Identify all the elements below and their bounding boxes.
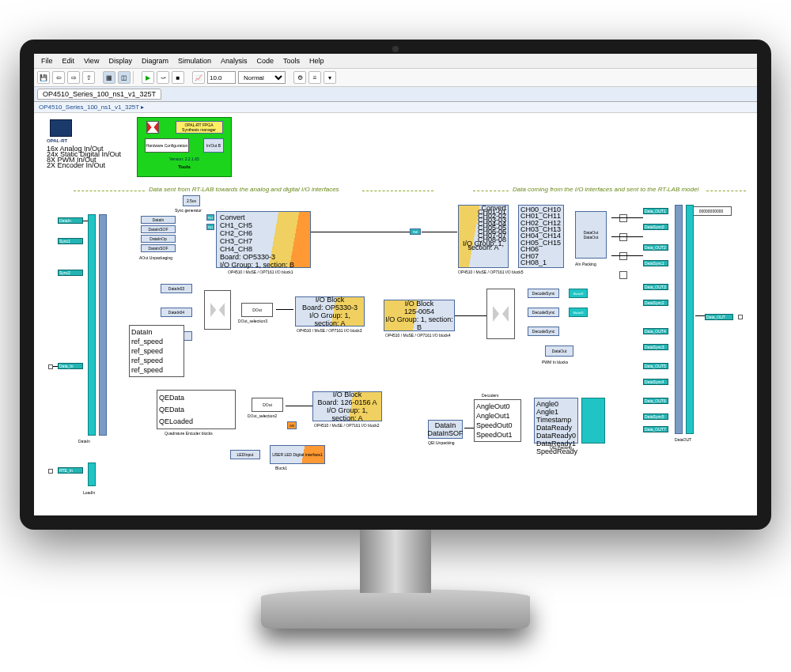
- menu-code[interactable]: Code: [252, 55, 278, 66]
- inport-1[interactable]: [48, 364, 53, 369]
- xilinx-block-2[interactable]: [486, 289, 515, 339]
- decode-d3[interactable]: DecodeSync: [528, 327, 559, 336]
- const-0[interactable]: 0/8: [287, 421, 297, 429]
- model-canvas[interactable]: OPAL-RT 16x Analog In/Out24x Static Digi…: [34, 113, 757, 515]
- out-4[interactable]: DataSync1: [643, 260, 668, 266]
- breadcrumb[interactable]: OP4510_Series_100_ns1_v1_325T ▸: [34, 102, 757, 113]
- back-icon[interactable]: ⇦: [52, 71, 65, 84]
- led-input-tag[interactable]: LEDInput: [230, 450, 260, 459]
- menu-file[interactable]: File: [37, 55, 57, 66]
- aout-datain-0[interactable]: DataIn: [141, 216, 176, 224]
- user-led-block[interactable]: USER LED Digital interface1: [270, 445, 325, 464]
- outport-1[interactable]: [738, 315, 743, 319]
- qei-unpack[interactable]: DataInDataInSOF: [428, 420, 463, 439]
- dout-sel3[interactable]: DOut: [241, 303, 273, 317]
- out-12[interactable]: DataSync5: [643, 413, 668, 420]
- out-2[interactable]: DataSync0: [643, 224, 668, 230]
- mode-select[interactable]: Normal: [238, 71, 286, 84]
- library-icon[interactable]: ▦: [103, 71, 115, 84]
- menu-simulation[interactable]: Simulation: [174, 55, 215, 66]
- port-datain[interactable]: DataIn: [58, 217, 83, 224]
- up-icon[interactable]: ⇧: [82, 71, 95, 84]
- qei-pack[interactable]: Angle0Angle1TimestampDataReadyDataReady0…: [534, 398, 578, 444]
- menu-help[interactable]: Help: [305, 55, 328, 66]
- rt-tag-3[interactable]: Rt0: [410, 228, 421, 235]
- out-1[interactable]: Data_OUT1: [643, 208, 668, 214]
- xilinx-block-1[interactable]: [204, 290, 231, 330]
- tune-icon[interactable]: ≡: [308, 71, 321, 84]
- menu-edit[interactable]: Edit: [59, 55, 79, 66]
- out-main[interactable]: Data_OUT: [705, 314, 733, 320]
- io-block-3[interactable]: I/O Block125-0054I/O Group: 1, section: …: [384, 300, 455, 331]
- aout-datain-2[interactable]: DataInOp: [141, 235, 176, 243]
- fpga-tools-block[interactable]: OPAL-RT FPGA Synthesis manager Hardware …: [137, 117, 232, 177]
- rt-tag-2[interactable]: Rt1: [206, 224, 214, 230]
- io-block-4[interactable]: I/O BlockBoard: 126-0156 AI/O Group: 1, …: [312, 391, 382, 421]
- delay-4[interactable]: [619, 271, 627, 279]
- fwd-icon[interactable]: ⇨: [67, 71, 80, 84]
- io-block-2[interactable]: I/O BlockBoard: OP5330-3I/O Group: 1, se…: [295, 296, 365, 327]
- delay-2[interactable]: [619, 233, 627, 241]
- convert-in-block[interactable]: Convert CH01-01CH02-02CH03-03 CH04-04CH0…: [458, 205, 509, 268]
- step-icon[interactable]: ⤻: [157, 71, 169, 84]
- model-icon[interactable]: ◫: [118, 71, 131, 84]
- decode-d1[interactable]: DecodeSync: [528, 289, 559, 298]
- left-bus-cyan[interactable]: [88, 214, 96, 436]
- menu-diagram[interactable]: Diagram: [138, 55, 172, 66]
- convert-out-block[interactable]: Convert CH1_CH5 CH2_CH6 CH3_CH7 CH4_CH8 …: [216, 211, 311, 268]
- datain04[interactable]: DataIn04: [161, 308, 192, 317]
- ch-map-block[interactable]: CH00_CH10CH01_CH11CH02_CH12 CH03_CH13CH0…: [518, 205, 564, 268]
- decoders-block[interactable]: AngleOut0AngleOut1SpeedOut0SpeedOut1: [474, 399, 521, 442]
- right-bus-cyan[interactable]: [686, 205, 694, 434]
- delay-1[interactable]: [619, 214, 627, 222]
- menu-view[interactable]: View: [80, 55, 103, 66]
- pwm-out[interactable]: DataOut: [545, 345, 573, 357]
- menu-analysis[interactable]: Analysis: [217, 55, 252, 66]
- port-data-in[interactable]: Data_In: [58, 363, 83, 369]
- sync-gen-block[interactable]: 2.5us: [183, 195, 200, 206]
- dout-sel2[interactable]: DOut: [252, 398, 283, 412]
- out-6[interactable]: DataSync2: [643, 300, 668, 306]
- model-tab[interactable]: OP4510_Series_100_ns1_v1_325T: [37, 89, 161, 100]
- signal-icon[interactable]: 📈: [192, 71, 205, 84]
- build-icon[interactable]: ⚙: [293, 71, 306, 84]
- out-13[interactable]: Data_OUT7: [643, 426, 668, 432]
- datain03[interactable]: DataIn03: [161, 284, 192, 293]
- out-7[interactable]: Data_OUT4: [643, 328, 668, 334]
- port-sync2[interactable]: Sync2: [58, 270, 83, 276]
- inport-2[interactable]: [48, 469, 53, 474]
- left-bus-blue[interactable]: [99, 214, 107, 436]
- delay-3[interactable]: [619, 252, 627, 260]
- out-8[interactable]: DataSync3: [643, 344, 668, 350]
- dropdown-icon[interactable]: ▾: [324, 71, 336, 84]
- stop-icon[interactable]: ■: [172, 71, 184, 84]
- aout-datain-3[interactable]: DataInSOF: [141, 244, 176, 252]
- step-time-input[interactable]: [207, 71, 236, 84]
- encoder-inputs[interactable]: DataInref_speedref_speedref_speedref_spe…: [129, 325, 184, 377]
- play-icon[interactable]: ▶: [142, 71, 154, 84]
- decode-d2[interactable]: DecodeSync: [528, 308, 559, 317]
- menu-display[interactable]: Display: [104, 55, 136, 66]
- menu-tools[interactable]: Tools: [279, 55, 304, 66]
- app-screen: File Edit View Display Diagram Simulatio…: [34, 54, 757, 515]
- ain-packing[interactable]: DataOutDataOut: [575, 211, 607, 259]
- right-bus-blue[interactable]: [675, 205, 683, 434]
- out-5[interactable]: Data_OUT3: [643, 284, 668, 290]
- port-sync1[interactable]: Sync1: [58, 238, 83, 244]
- qei-pack-out[interactable]: [581, 398, 605, 444]
- static-d2[interactable]: StaticD: [569, 308, 588, 317]
- rt-tag-1[interactable]: Rt1: [206, 214, 214, 221]
- aout-datain-1[interactable]: DataInSOF: [141, 225, 176, 233]
- static-d1[interactable]: StaticD: [569, 289, 588, 298]
- monitor-frame: File Edit View Display Diagram Simulatio…: [20, 40, 771, 632]
- out-10[interactable]: DataSync4: [643, 379, 668, 385]
- save-icon[interactable]: 💾: [37, 71, 50, 84]
- out-11[interactable]: Data_OUT6: [643, 398, 668, 404]
- out-3[interactable]: Data_OUT2: [643, 244, 668, 251]
- quad-enc-block[interactable]: QEDataQEDataQELoaded: [157, 390, 236, 429]
- constant-block[interactable]: 00000000000: [691, 206, 732, 216]
- loadin-bus[interactable]: [88, 462, 96, 486]
- quad-enc-label: Quadrature Encoder blocks: [165, 431, 213, 436]
- port-rte-in[interactable]: RTE_In: [58, 467, 83, 474]
- out-9[interactable]: Data_OUT5: [643, 363, 668, 369]
